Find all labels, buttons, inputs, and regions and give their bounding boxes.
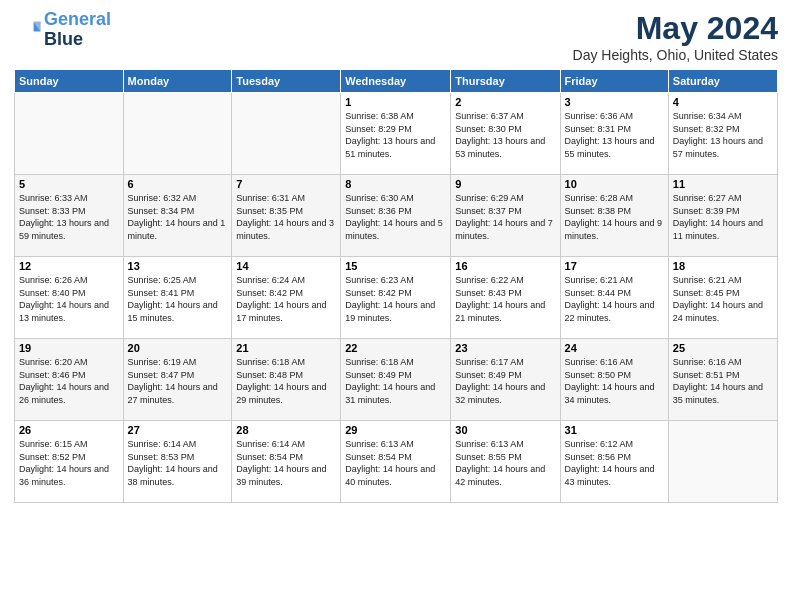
day-number: 21 bbox=[236, 342, 336, 354]
header-friday: Friday bbox=[560, 70, 668, 93]
table-row: 18Sunrise: 6:21 AMSunset: 8:45 PMDayligh… bbox=[668, 257, 777, 339]
header-saturday: Saturday bbox=[668, 70, 777, 93]
table-row: 10Sunrise: 6:28 AMSunset: 8:38 PMDayligh… bbox=[560, 175, 668, 257]
day-info: Sunrise: 6:13 AMSunset: 8:55 PMDaylight:… bbox=[455, 438, 555, 488]
header-monday: Monday bbox=[123, 70, 232, 93]
table-row: 22Sunrise: 6:18 AMSunset: 8:49 PMDayligh… bbox=[341, 339, 451, 421]
calendar-week-2: 5Sunrise: 6:33 AMSunset: 8:33 PMDaylight… bbox=[15, 175, 778, 257]
day-number: 1 bbox=[345, 96, 446, 108]
day-number: 23 bbox=[455, 342, 555, 354]
day-number: 3 bbox=[565, 96, 664, 108]
day-info: Sunrise: 6:18 AMSunset: 8:48 PMDaylight:… bbox=[236, 356, 336, 406]
day-info: Sunrise: 6:16 AMSunset: 8:51 PMDaylight:… bbox=[673, 356, 773, 406]
day-number: 25 bbox=[673, 342, 773, 354]
table-row: 1Sunrise: 6:38 AMSunset: 8:29 PMDaylight… bbox=[341, 93, 451, 175]
day-info: Sunrise: 6:30 AMSunset: 8:36 PMDaylight:… bbox=[345, 192, 446, 242]
day-info: Sunrise: 6:25 AMSunset: 8:41 PMDaylight:… bbox=[128, 274, 228, 324]
calendar-week-4: 19Sunrise: 6:20 AMSunset: 8:46 PMDayligh… bbox=[15, 339, 778, 421]
header-sunday: Sunday bbox=[15, 70, 124, 93]
day-info: Sunrise: 6:15 AMSunset: 8:52 PMDaylight:… bbox=[19, 438, 119, 488]
day-info: Sunrise: 6:37 AMSunset: 8:30 PMDaylight:… bbox=[455, 110, 555, 160]
day-number: 20 bbox=[128, 342, 228, 354]
day-info: Sunrise: 6:31 AMSunset: 8:35 PMDaylight:… bbox=[236, 192, 336, 242]
day-info: Sunrise: 6:13 AMSunset: 8:54 PMDaylight:… bbox=[345, 438, 446, 488]
day-number: 30 bbox=[455, 424, 555, 436]
day-number: 15 bbox=[345, 260, 446, 272]
title-area: May 2024 Day Heights, Ohio, United State… bbox=[573, 10, 778, 63]
table-row: 27Sunrise: 6:14 AMSunset: 8:53 PMDayligh… bbox=[123, 421, 232, 503]
calendar-week-5: 26Sunrise: 6:15 AMSunset: 8:52 PMDayligh… bbox=[15, 421, 778, 503]
day-number: 28 bbox=[236, 424, 336, 436]
calendar-week-3: 12Sunrise: 6:26 AMSunset: 8:40 PMDayligh… bbox=[15, 257, 778, 339]
table-row: 23Sunrise: 6:17 AMSunset: 8:49 PMDayligh… bbox=[451, 339, 560, 421]
day-number: 6 bbox=[128, 178, 228, 190]
day-number: 11 bbox=[673, 178, 773, 190]
day-info: Sunrise: 6:19 AMSunset: 8:47 PMDaylight:… bbox=[128, 356, 228, 406]
page: General Blue May 2024 Day Heights, Ohio,… bbox=[0, 0, 792, 612]
table-row: 29Sunrise: 6:13 AMSunset: 8:54 PMDayligh… bbox=[341, 421, 451, 503]
day-number: 16 bbox=[455, 260, 555, 272]
table-row: 16Sunrise: 6:22 AMSunset: 8:43 PMDayligh… bbox=[451, 257, 560, 339]
table-row: 6Sunrise: 6:32 AMSunset: 8:34 PMDaylight… bbox=[123, 175, 232, 257]
day-info: Sunrise: 6:36 AMSunset: 8:31 PMDaylight:… bbox=[565, 110, 664, 160]
table-row: 11Sunrise: 6:27 AMSunset: 8:39 PMDayligh… bbox=[668, 175, 777, 257]
table-row: 31Sunrise: 6:12 AMSunset: 8:56 PMDayligh… bbox=[560, 421, 668, 503]
day-number: 13 bbox=[128, 260, 228, 272]
day-info: Sunrise: 6:12 AMSunset: 8:56 PMDaylight:… bbox=[565, 438, 664, 488]
table-row bbox=[232, 93, 341, 175]
table-row: 9Sunrise: 6:29 AMSunset: 8:37 PMDaylight… bbox=[451, 175, 560, 257]
table-row: 20Sunrise: 6:19 AMSunset: 8:47 PMDayligh… bbox=[123, 339, 232, 421]
calendar-week-1: 1Sunrise: 6:38 AMSunset: 8:29 PMDaylight… bbox=[15, 93, 778, 175]
day-number: 12 bbox=[19, 260, 119, 272]
table-row: 28Sunrise: 6:14 AMSunset: 8:54 PMDayligh… bbox=[232, 421, 341, 503]
day-info: Sunrise: 6:20 AMSunset: 8:46 PMDaylight:… bbox=[19, 356, 119, 406]
day-info: Sunrise: 6:34 AMSunset: 8:32 PMDaylight:… bbox=[673, 110, 773, 160]
header-wednesday: Wednesday bbox=[341, 70, 451, 93]
table-row bbox=[123, 93, 232, 175]
header: General Blue May 2024 Day Heights, Ohio,… bbox=[14, 10, 778, 63]
day-number: 5 bbox=[19, 178, 119, 190]
day-number: 27 bbox=[128, 424, 228, 436]
day-number: 14 bbox=[236, 260, 336, 272]
day-info: Sunrise: 6:24 AMSunset: 8:42 PMDaylight:… bbox=[236, 274, 336, 324]
day-info: Sunrise: 6:33 AMSunset: 8:33 PMDaylight:… bbox=[19, 192, 119, 242]
day-number: 10 bbox=[565, 178, 664, 190]
table-row: 5Sunrise: 6:33 AMSunset: 8:33 PMDaylight… bbox=[15, 175, 124, 257]
table-row: 7Sunrise: 6:31 AMSunset: 8:35 PMDaylight… bbox=[232, 175, 341, 257]
day-info: Sunrise: 6:28 AMSunset: 8:38 PMDaylight:… bbox=[565, 192, 664, 242]
calendar-header-row: Sunday Monday Tuesday Wednesday Thursday… bbox=[15, 70, 778, 93]
day-info: Sunrise: 6:21 AMSunset: 8:44 PMDaylight:… bbox=[565, 274, 664, 324]
calendar: Sunday Monday Tuesday Wednesday Thursday… bbox=[14, 69, 778, 503]
day-number: 22 bbox=[345, 342, 446, 354]
day-number: 26 bbox=[19, 424, 119, 436]
header-thursday: Thursday bbox=[451, 70, 560, 93]
logo-text: General Blue bbox=[44, 10, 111, 50]
logo: General Blue bbox=[14, 10, 111, 50]
day-number: 2 bbox=[455, 96, 555, 108]
day-info: Sunrise: 6:21 AMSunset: 8:45 PMDaylight:… bbox=[673, 274, 773, 324]
day-info: Sunrise: 6:14 AMSunset: 8:53 PMDaylight:… bbox=[128, 438, 228, 488]
table-row: 2Sunrise: 6:37 AMSunset: 8:30 PMDaylight… bbox=[451, 93, 560, 175]
day-info: Sunrise: 6:17 AMSunset: 8:49 PMDaylight:… bbox=[455, 356, 555, 406]
day-number: 18 bbox=[673, 260, 773, 272]
table-row: 3Sunrise: 6:36 AMSunset: 8:31 PMDaylight… bbox=[560, 93, 668, 175]
table-row bbox=[668, 421, 777, 503]
table-row: 12Sunrise: 6:26 AMSunset: 8:40 PMDayligh… bbox=[15, 257, 124, 339]
day-info: Sunrise: 6:22 AMSunset: 8:43 PMDaylight:… bbox=[455, 274, 555, 324]
day-number: 19 bbox=[19, 342, 119, 354]
day-number: 31 bbox=[565, 424, 664, 436]
table-row: 25Sunrise: 6:16 AMSunset: 8:51 PMDayligh… bbox=[668, 339, 777, 421]
day-info: Sunrise: 6:23 AMSunset: 8:42 PMDaylight:… bbox=[345, 274, 446, 324]
day-info: Sunrise: 6:29 AMSunset: 8:37 PMDaylight:… bbox=[455, 192, 555, 242]
subtitle: Day Heights, Ohio, United States bbox=[573, 47, 778, 63]
table-row: 14Sunrise: 6:24 AMSunset: 8:42 PMDayligh… bbox=[232, 257, 341, 339]
table-row: 30Sunrise: 6:13 AMSunset: 8:55 PMDayligh… bbox=[451, 421, 560, 503]
logo-icon bbox=[14, 16, 42, 44]
day-number: 17 bbox=[565, 260, 664, 272]
table-row: 15Sunrise: 6:23 AMSunset: 8:42 PMDayligh… bbox=[341, 257, 451, 339]
day-info: Sunrise: 6:14 AMSunset: 8:54 PMDaylight:… bbox=[236, 438, 336, 488]
day-info: Sunrise: 6:16 AMSunset: 8:50 PMDaylight:… bbox=[565, 356, 664, 406]
day-info: Sunrise: 6:26 AMSunset: 8:40 PMDaylight:… bbox=[19, 274, 119, 324]
table-row: 24Sunrise: 6:16 AMSunset: 8:50 PMDayligh… bbox=[560, 339, 668, 421]
table-row bbox=[15, 93, 124, 175]
